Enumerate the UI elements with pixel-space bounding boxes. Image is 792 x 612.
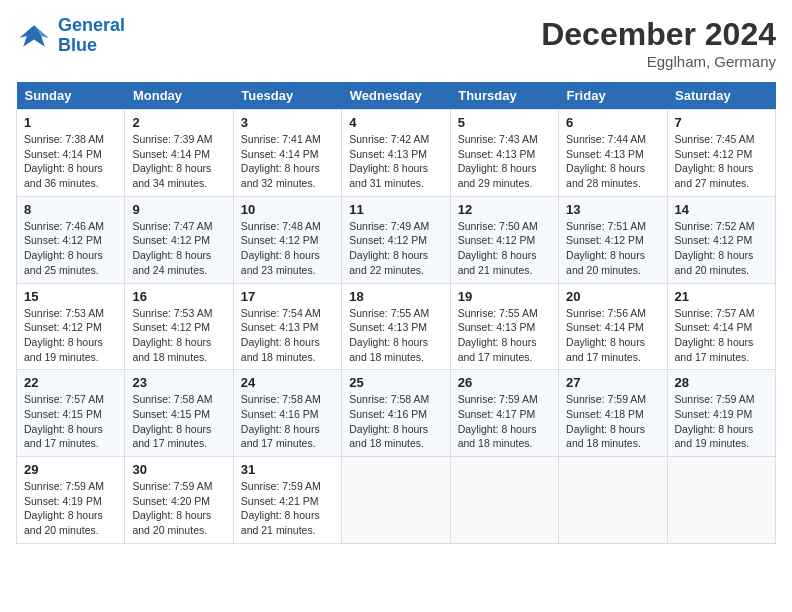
sunrise-label: Sunrise: 7:53 AM: [132, 307, 212, 319]
daylight-label: Daylight: 8 hours and 20 minutes.: [132, 509, 211, 536]
daylight-label: Daylight: 8 hours and 20 minutes.: [24, 509, 103, 536]
day-info: Sunrise: 7:59 AM Sunset: 4:17 PM Dayligh…: [458, 392, 551, 451]
day-info: Sunrise: 7:41 AM Sunset: 4:14 PM Dayligh…: [241, 132, 334, 191]
sunset-label: Sunset: 4:16 PM: [349, 408, 427, 420]
day-number: 5: [458, 115, 551, 130]
day-cell: 10 Sunrise: 7:48 AM Sunset: 4:12 PM Dayl…: [233, 196, 341, 283]
day-cell: 31 Sunrise: 7:59 AM Sunset: 4:21 PM Dayl…: [233, 457, 341, 544]
sunset-label: Sunset: 4:13 PM: [458, 148, 536, 160]
sunrise-label: Sunrise: 7:57 AM: [675, 307, 755, 319]
daylight-label: Daylight: 8 hours and 20 minutes.: [566, 249, 645, 276]
sunset-label: Sunset: 4:21 PM: [241, 495, 319, 507]
daylight-label: Daylight: 8 hours and 18 minutes.: [349, 423, 428, 450]
day-cell: 5 Sunrise: 7:43 AM Sunset: 4:13 PM Dayli…: [450, 110, 558, 197]
day-info: Sunrise: 7:44 AM Sunset: 4:13 PM Dayligh…: [566, 132, 659, 191]
day-cell: 6 Sunrise: 7:44 AM Sunset: 4:13 PM Dayli…: [559, 110, 667, 197]
day-number: 31: [241, 462, 334, 477]
sunset-label: Sunset: 4:12 PM: [566, 234, 644, 246]
sunset-label: Sunset: 4:12 PM: [241, 234, 319, 246]
sunset-label: Sunset: 4:12 PM: [132, 234, 210, 246]
day-info: Sunrise: 7:56 AM Sunset: 4:14 PM Dayligh…: [566, 306, 659, 365]
day-number: 4: [349, 115, 442, 130]
daylight-label: Daylight: 8 hours and 31 minutes.: [349, 162, 428, 189]
day-number: 10: [241, 202, 334, 217]
day-cell: 21 Sunrise: 7:57 AM Sunset: 4:14 PM Dayl…: [667, 283, 775, 370]
day-cell: [667, 457, 775, 544]
day-info: Sunrise: 7:51 AM Sunset: 4:12 PM Dayligh…: [566, 219, 659, 278]
sunset-label: Sunset: 4:13 PM: [349, 321, 427, 333]
sunrise-label: Sunrise: 7:50 AM: [458, 220, 538, 232]
day-info: Sunrise: 7:43 AM Sunset: 4:13 PM Dayligh…: [458, 132, 551, 191]
sunrise-label: Sunrise: 7:58 AM: [132, 393, 212, 405]
day-cell: 19 Sunrise: 7:55 AM Sunset: 4:13 PM Dayl…: [450, 283, 558, 370]
sunset-label: Sunset: 4:12 PM: [132, 321, 210, 333]
sunrise-label: Sunrise: 7:59 AM: [241, 480, 321, 492]
sunset-label: Sunset: 4:13 PM: [241, 321, 319, 333]
day-number: 9: [132, 202, 225, 217]
week-row-3: 15 Sunrise: 7:53 AM Sunset: 4:12 PM Dayl…: [17, 283, 776, 370]
day-cell: 15 Sunrise: 7:53 AM Sunset: 4:12 PM Dayl…: [17, 283, 125, 370]
day-info: Sunrise: 7:57 AM Sunset: 4:14 PM Dayligh…: [675, 306, 768, 365]
day-number: 27: [566, 375, 659, 390]
day-number: 17: [241, 289, 334, 304]
day-cell: 18 Sunrise: 7:55 AM Sunset: 4:13 PM Dayl…: [342, 283, 450, 370]
sunset-label: Sunset: 4:14 PM: [241, 148, 319, 160]
daylight-label: Daylight: 8 hours and 29 minutes.: [458, 162, 537, 189]
sunrise-label: Sunrise: 7:43 AM: [458, 133, 538, 145]
daylight-label: Daylight: 8 hours and 18 minutes.: [458, 423, 537, 450]
day-cell: 29 Sunrise: 7:59 AM Sunset: 4:19 PM Dayl…: [17, 457, 125, 544]
sunset-label: Sunset: 4:13 PM: [458, 321, 536, 333]
sunrise-label: Sunrise: 7:59 AM: [566, 393, 646, 405]
day-number: 7: [675, 115, 768, 130]
day-cell: [559, 457, 667, 544]
day-number: 11: [349, 202, 442, 217]
logo-general: General: [58, 15, 125, 35]
weekday-header-saturday: Saturday: [667, 82, 775, 110]
day-number: 21: [675, 289, 768, 304]
day-number: 29: [24, 462, 117, 477]
day-info: Sunrise: 7:58 AM Sunset: 4:16 PM Dayligh…: [349, 392, 442, 451]
location-label: Egglham, Germany: [541, 53, 776, 70]
day-info: Sunrise: 7:38 AM Sunset: 4:14 PM Dayligh…: [24, 132, 117, 191]
sunrise-label: Sunrise: 7:58 AM: [349, 393, 429, 405]
sunrise-label: Sunrise: 7:44 AM: [566, 133, 646, 145]
sunset-label: Sunset: 4:19 PM: [675, 408, 753, 420]
sunrise-label: Sunrise: 7:51 AM: [566, 220, 646, 232]
daylight-label: Daylight: 8 hours and 22 minutes.: [349, 249, 428, 276]
day-info: Sunrise: 7:45 AM Sunset: 4:12 PM Dayligh…: [675, 132, 768, 191]
day-info: Sunrise: 7:47 AM Sunset: 4:12 PM Dayligh…: [132, 219, 225, 278]
day-number: 3: [241, 115, 334, 130]
sunset-label: Sunset: 4:12 PM: [675, 234, 753, 246]
daylight-label: Daylight: 8 hours and 21 minutes.: [241, 509, 320, 536]
title-block: December 2024 Egglham, Germany: [541, 16, 776, 70]
sunset-label: Sunset: 4:14 PM: [566, 321, 644, 333]
day-number: 18: [349, 289, 442, 304]
sunrise-label: Sunrise: 7:54 AM: [241, 307, 321, 319]
day-cell: 3 Sunrise: 7:41 AM Sunset: 4:14 PM Dayli…: [233, 110, 341, 197]
daylight-label: Daylight: 8 hours and 18 minutes.: [566, 423, 645, 450]
logo-icon: [16, 18, 52, 54]
sunrise-label: Sunrise: 7:41 AM: [241, 133, 321, 145]
daylight-label: Daylight: 8 hours and 17 minutes.: [566, 336, 645, 363]
day-cell: 12 Sunrise: 7:50 AM Sunset: 4:12 PM Dayl…: [450, 196, 558, 283]
daylight-label: Daylight: 8 hours and 24 minutes.: [132, 249, 211, 276]
sunrise-label: Sunrise: 7:45 AM: [675, 133, 755, 145]
day-cell: 23 Sunrise: 7:58 AM Sunset: 4:15 PM Dayl…: [125, 370, 233, 457]
daylight-label: Daylight: 8 hours and 28 minutes.: [566, 162, 645, 189]
sunset-label: Sunset: 4:14 PM: [132, 148, 210, 160]
weekday-header-wednesday: Wednesday: [342, 82, 450, 110]
month-year-title: December 2024: [541, 16, 776, 53]
day-info: Sunrise: 7:58 AM Sunset: 4:16 PM Dayligh…: [241, 392, 334, 451]
sunrise-label: Sunrise: 7:52 AM: [675, 220, 755, 232]
sunrise-label: Sunrise: 7:42 AM: [349, 133, 429, 145]
daylight-label: Daylight: 8 hours and 17 minutes.: [24, 423, 103, 450]
day-number: 25: [349, 375, 442, 390]
daylight-label: Daylight: 8 hours and 18 minutes.: [349, 336, 428, 363]
sunset-label: Sunset: 4:15 PM: [132, 408, 210, 420]
daylight-label: Daylight: 8 hours and 17 minutes.: [132, 423, 211, 450]
weekday-header-sunday: Sunday: [17, 82, 125, 110]
sunset-label: Sunset: 4:12 PM: [458, 234, 536, 246]
weekday-header-row: SundayMondayTuesdayWednesdayThursdayFrid…: [17, 82, 776, 110]
sunset-label: Sunset: 4:13 PM: [349, 148, 427, 160]
weekday-header-tuesday: Tuesday: [233, 82, 341, 110]
